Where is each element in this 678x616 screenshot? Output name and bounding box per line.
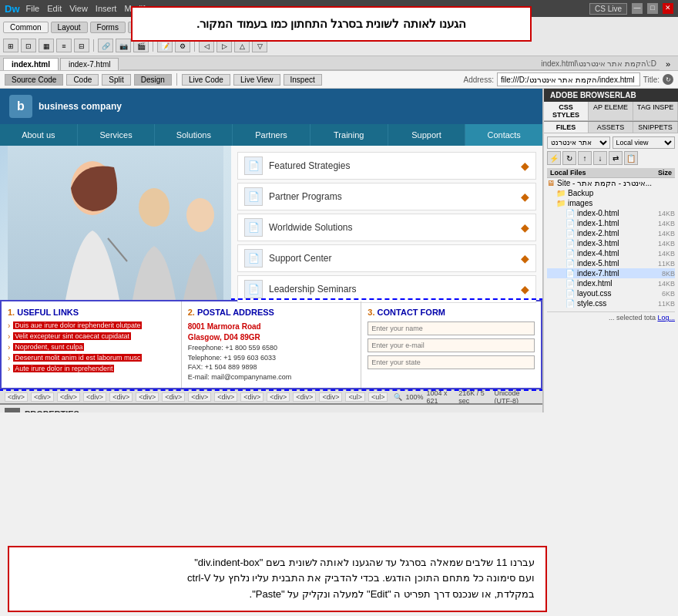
expand-btn[interactable]: » bbox=[661, 58, 675, 70]
nav-solutions[interactable]: Solutions bbox=[155, 124, 233, 146]
tag-div-3[interactable]: <div> bbox=[57, 392, 80, 402]
tree-index3[interactable]: 📄 index-3.html 14KB bbox=[547, 238, 675, 248]
view-liveview[interactable]: Live View bbox=[233, 74, 280, 86]
tab-forms[interactable]: Forms bbox=[90, 22, 126, 33]
tree-index7[interactable]: 📄 index-7.html 8KB bbox=[547, 268, 675, 278]
snippets-tab[interactable]: SNIPPETS bbox=[633, 122, 678, 133]
tree-style[interactable]: 📄 style.css 11KB bbox=[547, 298, 675, 308]
tab-common[interactable]: Common bbox=[3, 22, 49, 33]
assets-tab[interactable]: ASSETS bbox=[589, 122, 633, 133]
sync-icon[interactable]: ⇄ bbox=[609, 151, 623, 165]
tab-layout[interactable]: Layout bbox=[51, 22, 88, 33]
tag-div-1[interactable]: <div> bbox=[5, 392, 28, 402]
tag-div-6[interactable]: <div> bbox=[136, 392, 159, 402]
tb-icon-5[interactable]: ⊟ bbox=[74, 39, 89, 52]
contact-email[interactable] bbox=[368, 338, 535, 352]
tag-div-13[interactable]: <div> bbox=[319, 392, 342, 402]
link-text-3[interactable]: Noprodent, sunt culpa bbox=[13, 343, 84, 351]
files-tab[interactable]: FILES bbox=[544, 122, 589, 133]
link-text-5[interactable]: Aute irure dolor in reprehenderit bbox=[13, 365, 114, 372]
tag-ul-2[interactable]: <ul> bbox=[368, 392, 388, 402]
maximize-btn[interactable]: □ bbox=[647, 3, 658, 14]
minimize-btn[interactable]: — bbox=[632, 3, 643, 14]
contact-name[interactable] bbox=[368, 321, 535, 335]
hero-section: 📄 Featured Strategies ◆ 📄 Partner Progra… bbox=[0, 146, 542, 300]
tree-layout[interactable]: 📄 layout.css 6KB bbox=[547, 288, 675, 298]
tb-icon-4[interactable]: ≡ bbox=[56, 39, 72, 52]
log-icon[interactable]: 📋 bbox=[624, 151, 638, 165]
tag-div-11[interactable]: <div> bbox=[267, 392, 290, 402]
tag-ul-1[interactable]: <ul> bbox=[345, 392, 365, 402]
postal-address-section: 2. POSTAL ADDRESS 8001 Marmora Road Glas… bbox=[182, 301, 362, 388]
tree-site-root[interactable]: 🖥 Site - אינטרנ - הקמת אתר... bbox=[547, 178, 675, 188]
refresh-files-icon[interactable]: ↻ bbox=[562, 151, 576, 165]
connect-icon[interactable]: ⚡ bbox=[547, 151, 561, 165]
strategy-support[interactable]: 📄 Support Center ◆ bbox=[237, 244, 536, 272]
nav-support[interactable]: Support bbox=[388, 124, 466, 146]
tag-div-12[interactable]: <div> bbox=[293, 392, 316, 402]
refresh-icon[interactable]: ↻ bbox=[663, 74, 673, 85]
log-link[interactable]: Log... bbox=[657, 314, 675, 321]
view-split[interactable]: Split bbox=[102, 74, 130, 86]
view-inspect[interactable]: Inspect bbox=[284, 74, 322, 86]
tree-index5[interactable]: 📄 index-5.html 11KB bbox=[547, 258, 675, 268]
tb-icon-7[interactable]: 📷 bbox=[116, 39, 131, 52]
tree-backup[interactable]: 📁 Backup bbox=[547, 188, 675, 198]
nav-services[interactable]: Services bbox=[78, 124, 156, 146]
tb-icon-6[interactable]: 🔗 bbox=[98, 39, 113, 52]
nav-contacts[interactable]: Contacts bbox=[465, 124, 542, 146]
tag-div-9[interactable]: <div> bbox=[214, 392, 237, 402]
tree-index4[interactable]: 📄 index-4.html 14KB bbox=[547, 248, 675, 258]
menu-view[interactable]: View bbox=[69, 4, 88, 13]
file-tab-index7[interactable]: index-7.html bbox=[60, 58, 119, 70]
strategy-worldwide[interactable]: 📄 Worldwide Solutions ◆ bbox=[237, 214, 536, 241]
tree-index1[interactable]: 📄 index-1.html 14KB bbox=[547, 218, 675, 228]
tree-index[interactable]: 📄 index.html 14KB bbox=[547, 278, 675, 288]
view-select[interactable]: Local view bbox=[613, 136, 676, 149]
address-input[interactable] bbox=[497, 72, 640, 86]
link-arrow-1: › bbox=[8, 321, 10, 330]
site-select[interactable]: אתר אינטרנט bbox=[547, 136, 610, 149]
menu-insert[interactable]: Insert bbox=[96, 4, 117, 13]
tag-div-10[interactable]: <div> bbox=[240, 392, 263, 402]
nav-training[interactable]: Training bbox=[310, 124, 388, 146]
strategy-partner[interactable]: 📄 Partner Programs ◆ bbox=[237, 183, 536, 210]
tb-icon-2[interactable]: ⊡ bbox=[21, 39, 36, 52]
link-text-2[interactable]: Velit excepteur sint ocaecat cupidatat bbox=[13, 332, 131, 340]
view-design[interactable]: Design bbox=[134, 74, 172, 86]
browserlab-title: ADOBE BROWSERLAB bbox=[544, 89, 678, 102]
link-text-1[interactable]: Duis aue irure dolor irephenderit olutpa… bbox=[13, 321, 142, 329]
strategy-featured[interactable]: 📄 Featured Strategies ◆ bbox=[237, 152, 536, 180]
strategy-leadership[interactable]: 📄 Leadership Seminars ◆ bbox=[237, 275, 536, 303]
view-code[interactable]: Code bbox=[66, 74, 99, 86]
tag-div-8[interactable]: <div> bbox=[188, 392, 211, 402]
tag-div-5[interactable]: <div> bbox=[109, 392, 133, 402]
tag-div-4[interactable]: <div> bbox=[83, 392, 106, 402]
menu-edit[interactable]: Edit bbox=[47, 4, 62, 13]
contact-state[interactable] bbox=[368, 355, 535, 369]
tree-index2[interactable]: 📄 index-2.html 14KB bbox=[547, 228, 675, 238]
close-btn[interactable]: ✕ bbox=[663, 3, 673, 14]
tree-images[interactable]: 📁 images bbox=[547, 198, 675, 208]
view-source[interactable]: Source Code bbox=[5, 74, 63, 86]
css-styles-tab[interactable]: CSS STYLES bbox=[544, 102, 589, 120]
upload-icon[interactable]: ↑ bbox=[578, 151, 592, 165]
file-tab-index[interactable]: index.html bbox=[3, 58, 59, 70]
tag-div-2[interactable]: <div> bbox=[31, 392, 54, 402]
download-icon[interactable]: ↓ bbox=[593, 151, 607, 165]
tag-insp-tab[interactable]: TAG INSPE bbox=[633, 102, 678, 120]
dw-logo: Dw bbox=[5, 3, 20, 15]
link-text-4[interactable]: Deserunt molit anim id est laborum musc bbox=[13, 354, 142, 362]
html-icon-1: 📄 bbox=[566, 219, 575, 227]
ap-elem-tab[interactable]: AP ELEME bbox=[589, 102, 633, 120]
tree-index0[interactable]: 📄 index-0.html 14KB bbox=[547, 208, 675, 218]
tb-icon-1[interactable]: ⊞ bbox=[3, 39, 18, 52]
view-livecode[interactable]: Live Code bbox=[182, 74, 230, 86]
cs-live-btn[interactable]: CS Live bbox=[589, 3, 627, 15]
menu-file[interactable]: File bbox=[26, 4, 40, 13]
status-bar: <div> <div> <div> <div> <div> <div> <div… bbox=[0, 389, 542, 403]
tag-div-7[interactable]: <div> bbox=[162, 392, 185, 402]
tb-icon-3[interactable]: ▦ bbox=[39, 39, 54, 52]
nav-partners[interactable]: Partners bbox=[233, 124, 310, 146]
nav-about[interactable]: About us bbox=[0, 124, 78, 146]
